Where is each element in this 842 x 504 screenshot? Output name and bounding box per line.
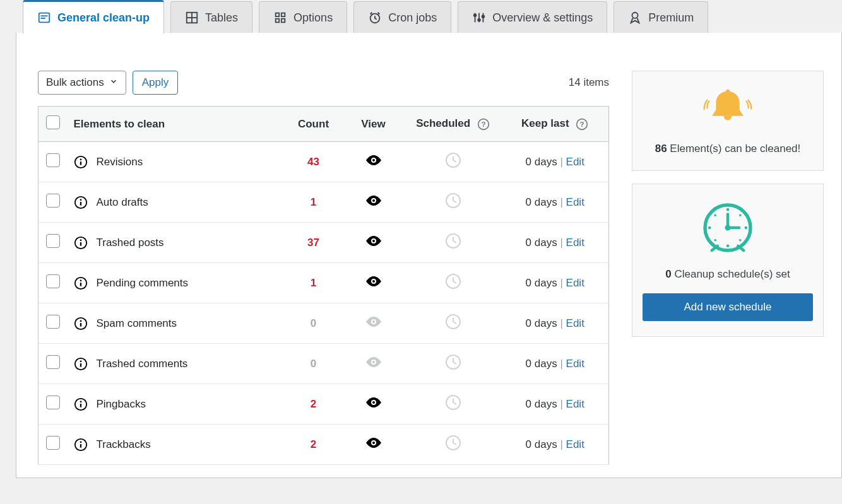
svg-point-91: [726, 208, 730, 211]
svg-point-93: [708, 226, 711, 230]
select-all-checkbox[interactable]: [46, 115, 60, 129]
info-icon[interactable]: [74, 397, 88, 411]
table-row: Spam comments 0 0 days | Edit: [39, 303, 609, 344]
svg-rect-9: [282, 19, 285, 23]
edit-link[interactable]: Edit: [566, 196, 584, 208]
svg-point-98: [739, 239, 742, 242]
tab-general-cleanup[interactable]: General clean-up: [23, 0, 164, 33]
cleanable-text: 86 Element(s) can be cleaned!: [643, 143, 813, 155]
svg-point-26: [372, 159, 375, 161]
tab-tables[interactable]: Tables: [170, 1, 252, 33]
premium-icon: [628, 11, 642, 25]
edit-link[interactable]: Edit: [566, 438, 584, 450]
svg-point-82: [372, 442, 375, 444]
view-icon[interactable]: [365, 154, 382, 167]
help-icon[interactable]: ?: [477, 118, 490, 131]
row-checkbox[interactable]: [46, 234, 60, 248]
count-value: 43: [307, 156, 319, 168]
count-value: 0: [311, 358, 316, 370]
svg-point-66: [372, 361, 375, 363]
edit-link[interactable]: Edit: [566, 358, 584, 370]
edit-link[interactable]: Edit: [566, 156, 584, 168]
table-row: Trashed posts 37 0 days | Edit: [39, 223, 609, 263]
tab-premium[interactable]: Premium: [614, 1, 708, 33]
edit-link[interactable]: Edit: [566, 398, 584, 410]
view-icon[interactable]: [365, 235, 382, 247]
edit-link[interactable]: Edit: [566, 277, 584, 289]
scheduled-icon: [445, 314, 461, 330]
svg-point-58: [372, 320, 375, 323]
row-checkbox[interactable]: [46, 153, 60, 167]
tab-cron[interactable]: Cron jobs: [353, 1, 451, 33]
row-label: Pingbacks: [97, 398, 146, 411]
tab-options[interactable]: Options: [259, 1, 347, 33]
keep-value: 0 days: [526, 358, 557, 370]
scheduled-icon: [445, 233, 461, 249]
svg-line-85: [453, 443, 456, 445]
row-checkbox[interactable]: [46, 396, 60, 409]
info-icon[interactable]: [74, 236, 88, 250]
svg-rect-7: [282, 13, 285, 17]
keep-value: 0 days: [526, 196, 557, 208]
scheduled-icon: [445, 394, 461, 411]
add-schedule-button[interactable]: Add new schedule: [643, 293, 813, 321]
row-label: Pending comments: [97, 277, 189, 290]
header-elements: Elements to clean: [68, 107, 285, 142]
keep-value: 0 days: [526, 277, 557, 289]
info-icon[interactable]: [74, 155, 88, 169]
svg-rect-8: [276, 19, 280, 23]
row-label: Spam comments: [97, 317, 177, 330]
scheduled-icon: [445, 354, 461, 370]
row-label: Trashed posts: [97, 237, 164, 249]
row-checkbox[interactable]: [46, 315, 60, 329]
svg-point-50: [372, 280, 375, 283]
schedule-text: 0 Cleanup schedule(s) set: [643, 268, 813, 281]
row-checkbox[interactable]: [46, 436, 60, 450]
svg-line-61: [453, 322, 456, 324]
schedule-card: 0 Cleanup schedule(s) set Add new schedu…: [632, 184, 824, 337]
tab-bar: General clean-up Tables Options Cron job…: [0, 0, 842, 33]
svg-line-77: [453, 402, 456, 404]
row-checkbox[interactable]: [46, 355, 60, 369]
tab-overview[interactable]: Overview & settings: [458, 1, 607, 33]
svg-line-37: [453, 201, 456, 202]
row-label: Revisions: [97, 156, 143, 168]
info-icon[interactable]: [74, 196, 88, 209]
row-checkbox[interactable]: [46, 274, 60, 288]
svg-point-47: [80, 279, 81, 281]
bulk-actions-label: Bulk actions: [46, 76, 104, 89]
scheduled-icon: [445, 435, 461, 451]
info-icon[interactable]: [74, 438, 88, 452]
header-view: View: [343, 107, 405, 142]
svg-point-71: [80, 401, 81, 402]
edit-link[interactable]: Edit: [566, 317, 584, 329]
view-icon[interactable]: [365, 315, 382, 328]
header-keep: Keep last ?: [502, 107, 609, 142]
count-value: 2: [311, 438, 316, 450]
edit-link[interactable]: Edit: [566, 237, 584, 249]
apply-button[interactable]: Apply: [133, 71, 179, 95]
count-value: 2: [311, 398, 316, 410]
view-icon[interactable]: [365, 437, 382, 449]
count-value: 1: [311, 277, 316, 289]
view-icon[interactable]: [365, 356, 382, 368]
info-icon[interactable]: [74, 317, 88, 331]
svg-line-45: [453, 241, 456, 243]
chevron-down-icon: [109, 76, 118, 89]
tab-label: Cron jobs: [388, 11, 437, 25]
svg-text:?: ?: [580, 120, 584, 128]
view-icon[interactable]: [365, 396, 382, 409]
bulk-actions-select[interactable]: Bulk actions: [38, 71, 126, 95]
view-icon[interactable]: [365, 275, 382, 288]
info-icon[interactable]: [74, 276, 88, 290]
table-row: Pending comments 1 0 days | Edit: [39, 263, 609, 303]
svg-point-79: [80, 441, 81, 443]
cleanup-icon: [37, 11, 51, 25]
settings-icon: [472, 11, 486, 25]
row-checkbox[interactable]: [46, 194, 60, 208]
svg-line-29: [453, 160, 456, 162]
svg-point-96: [739, 214, 742, 216]
help-icon[interactable]: ?: [576, 118, 588, 131]
view-icon[interactable]: [365, 194, 382, 207]
info-icon[interactable]: [74, 357, 88, 371]
